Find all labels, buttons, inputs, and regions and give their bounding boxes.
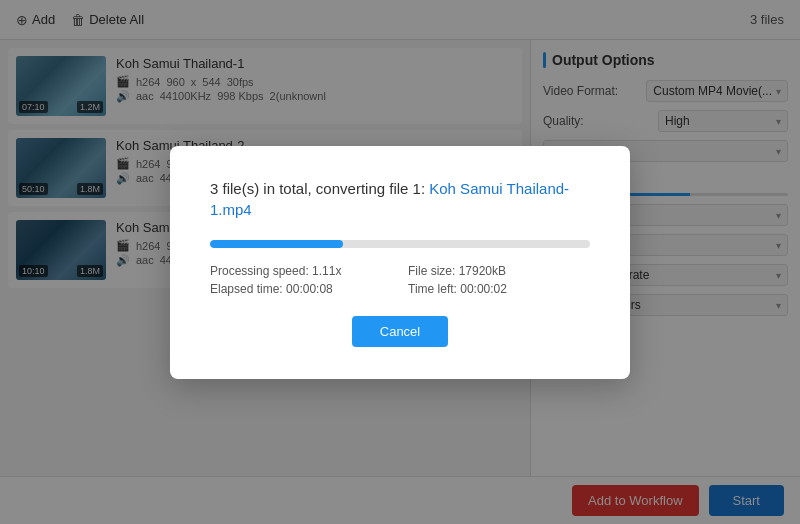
modal-title: 3 file(s) in total, converting file 1: K…: [210, 178, 590, 220]
time-left-stat: Time left: 00:00:02: [408, 282, 590, 296]
conversion-modal: 3 file(s) in total, converting file 1: K…: [170, 146, 630, 379]
file-size-stat: File size: 17920kB: [408, 264, 590, 278]
cancel-button[interactable]: Cancel: [352, 316, 448, 347]
progress-bar-container: [210, 240, 590, 248]
elapsed-time-stat: Elapsed time: 00:00:08: [210, 282, 392, 296]
progress-stats: Processing speed: 1.11x File size: 17920…: [210, 264, 590, 296]
processing-speed-stat: Processing speed: 1.11x: [210, 264, 392, 278]
progress-bar-fill: [210, 240, 343, 248]
modal-overlay: 3 file(s) in total, converting file 1: K…: [0, 0, 800, 524]
modal-actions: Cancel: [210, 316, 590, 347]
modal-title-prefix: 3 file(s) in total, converting file 1:: [210, 180, 429, 197]
